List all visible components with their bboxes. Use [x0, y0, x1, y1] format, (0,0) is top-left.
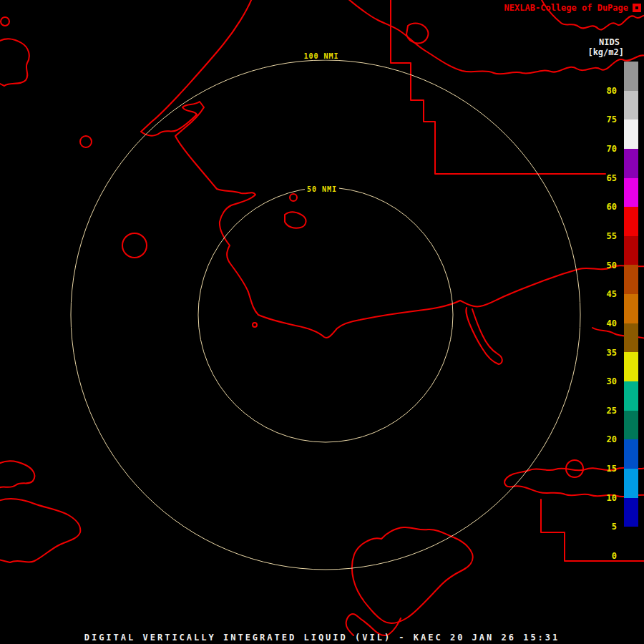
- range-ring-100nmi: [71, 60, 580, 570]
- range-ring-label-100nmi: 100 NMI: [301, 52, 341, 60]
- colorbar-tick-20: 20: [587, 434, 617, 445]
- header-brand: NEXLAB-College of DuPage: [504, 3, 628, 13]
- colorbar-tick-15: 15: [587, 463, 617, 474]
- colorbar-tick-80: 80: [587, 85, 617, 97]
- island-top-left-corner: [0, 39, 29, 86]
- colorbar-segment-10-15: [624, 469, 638, 498]
- colorbar-segment-45-50: [624, 265, 638, 294]
- colorbar-segment-55-60: [624, 207, 638, 236]
- island-top-left-dot: [1, 17, 9, 26]
- colorbar-segment-50-55: [624, 236, 638, 265]
- island-small-circle: [80, 136, 92, 147]
- cod-logo-icon: [633, 4, 641, 12]
- coastline-main-west: [141, 0, 644, 338]
- colorbar-tick-0: 0: [587, 550, 617, 562]
- radar-display-root: { "header": { "brand": "NEXLAB-College o…: [0, 0, 644, 644]
- colorbar-segment-70-75: [624, 119, 638, 149]
- colorbar-units-label: [kg/m2]: [587, 47, 624, 57]
- coastline-left-middle: [0, 461, 34, 488]
- colorbar-segment-15-20: [624, 439, 638, 469]
- colorbar-segment-60-65: [624, 178, 638, 208]
- range-ring-label-50nmi: 50 NMI: [305, 185, 339, 193]
- colorbar-segment-35-40: [624, 323, 638, 353]
- colorbar-segment-20-25: [624, 411, 638, 440]
- coastline-right-lower: [504, 468, 644, 497]
- colorbar-tick-65: 65: [587, 172, 617, 184]
- colorbar-tick-55: 55: [587, 230, 617, 242]
- island-top-right-small: [406, 24, 428, 44]
- colorbar-tick-30: 30: [587, 376, 617, 387]
- colorbar-tick-50: 50: [587, 260, 617, 271]
- coastline-peninsula-east: [466, 308, 502, 364]
- range-ring-50nmi: [198, 187, 453, 442]
- colorbar-tick-60: 60: [587, 201, 617, 213]
- island-center-dot: [253, 323, 257, 327]
- colorbar-segment-0-5: [624, 527, 638, 556]
- footer-caption: DIGITAL VERTICALLY INTEGRATED LIQUID (VI…: [0, 633, 644, 643]
- colorbar-tick-5: 5: [587, 521, 617, 532]
- colorbar-tick-70: 70: [587, 143, 617, 155]
- island-inner-dot: [290, 194, 297, 201]
- island-circle: [122, 233, 147, 258]
- colorbar-segment-5-10: [624, 498, 638, 527]
- colorbar-tick-75: 75: [587, 114, 617, 125]
- island-inner-blob: [285, 212, 306, 228]
- colorbar-tick-10: 10: [587, 492, 617, 504]
- colorbar-segment-80-85: [624, 62, 638, 91]
- colorbar-tick-35: 35: [587, 347, 617, 358]
- colorbar-segment-25-30: [624, 381, 638, 411]
- colorbar-segment-75-80: [624, 91, 638, 120]
- colorbar-tick-25: 25: [587, 405, 617, 416]
- map-outlines: [0, 0, 644, 635]
- colorbar-product-label: NIDS: [599, 37, 620, 47]
- colorbar-segment-40-45: [624, 294, 638, 323]
- colorbar-tick-45: 45: [587, 288, 617, 300]
- colorbar-segment-65-70: [624, 149, 638, 178]
- landmass-bottom-center: [352, 527, 473, 623]
- colorbar-segment-30-35: [624, 352, 638, 381]
- colorbar-tick-40: 40: [587, 318, 617, 329]
- colorbar: [624, 62, 638, 556]
- colorbar-ticks: 80757065605550454035302520151050: [587, 62, 617, 562]
- map-svg: [0, 0, 644, 644]
- landmass-bottom-left: [0, 499, 80, 562]
